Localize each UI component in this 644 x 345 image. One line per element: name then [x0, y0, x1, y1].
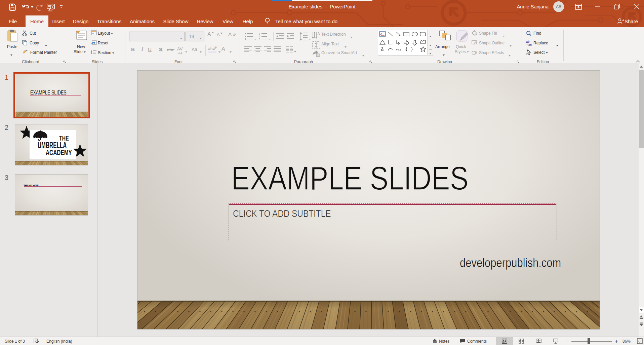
svg-text:2: 2 [259, 35, 260, 38]
svg-text:ac: ac [528, 43, 532, 46]
svg-text:A: A [380, 32, 383, 36]
svg-text:3: 3 [259, 38, 260, 40]
svg-text:1: 1 [259, 33, 260, 35]
svg-text:A: A [317, 32, 320, 36]
